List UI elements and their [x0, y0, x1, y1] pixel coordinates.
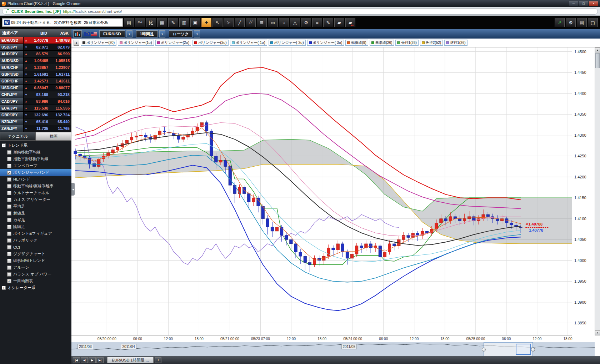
indicator-item[interactable]: 陰陽足 — [0, 223, 71, 230]
indicator-item[interactable]: ジグザグチャート — [0, 251, 71, 257]
indicator-item[interactable]: 単純移動平均線 — [0, 149, 71, 156]
checkbox-icon[interactable] — [7, 204, 11, 209]
timeline-navigator[interactable]: 2011/032011/042011/05 — [71, 342, 595, 356]
indicator-item[interactable]: ✓一目均衡表 — [0, 278, 71, 284]
nav-last-button[interactable]: ▶| — [96, 357, 104, 363]
rectangle-tool-button[interactable]: ▭ — [268, 18, 278, 27]
indicator-item[interactable]: 線形回帰トレンド — [0, 257, 71, 264]
nav-first-button[interactable]: |◀ — [73, 357, 80, 363]
checkbox-icon[interactable] — [7, 191, 11, 195]
add-chart-button[interactable]: + — [155, 357, 161, 363]
hand-tool-button[interactable]: ☞ — [224, 18, 234, 27]
minimize-button[interactable]: ─ — [569, 1, 578, 6]
legend-chip[interactable]: ボリンジャー(3σ) — [192, 40, 229, 46]
selection-left-handle[interactable] — [482, 348, 486, 352]
compare-tool-button[interactable]: 比 — [146, 18, 156, 27]
freehand-tool-button[interactable]: ✎ — [323, 18, 333, 27]
pair-row-nzd-jpy[interactable]: NZD/JPY▼65.41665.440 — [0, 118, 71, 125]
sidebar-collapse-handle[interactable]: ◀ — [71, 183, 75, 196]
print-tool-button[interactable]: ▤ — [577, 18, 587, 27]
legend-chip[interactable]: ボリンジャー(2σ) — [155, 40, 191, 46]
close-button[interactable]: × — [589, 1, 598, 6]
settings-tool-button[interactable]: ⚙ — [566, 18, 576, 27]
indicator-item[interactable]: ✓ボリンジャーバンド — [0, 169, 71, 176]
edit-tool-button[interactable]: ✎ — [168, 18, 178, 27]
parallel-lines-tool-button[interactable]: ╱╱ — [246, 18, 256, 27]
pair-row-eur-jpy[interactable]: EUR/JPY▲115.538115.555 — [0, 105, 71, 112]
legend-chip[interactable]: ボリンジャー(-1σ) — [230, 40, 267, 46]
pair-row-chf-jpy[interactable]: CHF/JPY▼93.18893.218 — [0, 91, 71, 98]
chart-vertical-scrollbar[interactable]: ▲ ▼ — [595, 47, 600, 335]
chart-style-icon[interactable] — [73, 30, 82, 37]
legend-chip[interactable]: ボリンジャー(20) — [81, 40, 116, 46]
indicator-item[interactable]: CCI — [0, 244, 71, 251]
pair-row-eur-usd[interactable]: EUR/USD▲1.407781.40788 — [0, 37, 71, 44]
indicator-item[interactable]: 指数平滑移動平均線 — [0, 156, 71, 162]
pair-row-usd-chf[interactable]: USD/CHF▲0.880470.88077 — [0, 85, 71, 91]
checkbox-icon[interactable] — [7, 252, 11, 256]
timeframe-dropdown-icon[interactable]: ▼ — [159, 30, 165, 37]
tab-technical[interactable]: テクニカル — [0, 132, 36, 141]
pair-row-zar-jpy[interactable]: ZAR/JPY▼11.73511.765 — [0, 125, 71, 132]
checkbox-icon[interactable] — [7, 238, 11, 243]
checkbox-icon[interactable] — [7, 164, 11, 168]
omnibox[interactable]: CLICK Securities, Inc. [JP] https://fx.c… — [2, 8, 598, 15]
pair-row-aud-usd[interactable]: AUD/USD▲1.054851.05515 — [0, 57, 71, 64]
calendar-tool-button[interactable]: Cal — [135, 18, 145, 27]
checkbox-icon[interactable] — [7, 184, 11, 188]
pair-dropdown-icon[interactable]: ▼ — [126, 30, 132, 37]
indicator-item[interactable]: エンベロープ — [0, 162, 71, 169]
tree-group-trend[interactable]: −トレンド系 — [0, 142, 71, 149]
eraser-tool-button[interactable]: ▰ — [334, 18, 344, 27]
charttype-dropdown-icon[interactable]: ▼ — [194, 30, 200, 37]
tree-group-oscillator[interactable]: +オシレーター系 — [0, 284, 71, 291]
timeframe-selector[interactable]: 1時間足 — [136, 30, 158, 37]
selection-right-handle[interactable] — [531, 348, 535, 352]
checkbox-icon[interactable]: ✓ — [7, 171, 11, 175]
legend-collapse-button[interactable]: ▲ — [74, 40, 79, 46]
checkbox-icon[interactable] — [7, 259, 11, 263]
indicator-item[interactable]: ケルトナーチャネル — [0, 189, 71, 196]
checkbox-icon[interactable]: ✓ — [7, 279, 11, 283]
pair-row-gbp-jpy[interactable]: GBP/JPY▼132.696132.724 — [0, 112, 71, 118]
cursor-tool-button[interactable]: ↖ — [212, 18, 222, 27]
indicator-item[interactable]: 新値足 — [0, 210, 71, 217]
indicator-item[interactable]: カオス アリゲーター — [0, 196, 71, 203]
legend-chip[interactable]: ボリンジャー(1σ) — [118, 40, 154, 46]
legend-chip[interactable]: 転換線(9) — [345, 40, 368, 46]
indicator-item[interactable]: ポイント&フィギュア — [0, 230, 71, 237]
indicator-item[interactable]: カギ足 — [0, 217, 71, 223]
pair-row-gbp-chf[interactable]: GBP/CHF▲1.425711.42611 — [0, 78, 71, 85]
legend-chip[interactable]: 基準線(26) — [370, 40, 394, 46]
triangle-tool-button[interactable]: △ — [290, 18, 300, 27]
expand-icon[interactable]: + — [2, 286, 6, 290]
indicator-item[interactable]: パラボリック — [0, 237, 71, 244]
legend-chip[interactable]: 先行1(26) — [395, 40, 418, 46]
legend-chip[interactable]: ボリンジャー(-2σ) — [269, 40, 306, 46]
scroll-down-icon[interactable]: ▼ — [595, 330, 600, 335]
chart-tab[interactable]: EUR/USD 1時間足 ... — [107, 357, 154, 363]
scroll-up-icon[interactable]: ▲ — [595, 47, 600, 52]
scroll-thumb[interactable] — [595, 53, 600, 68]
pair-row-aud-jpy[interactable]: AUD/JPY▲86.57986.599 — [0, 51, 71, 57]
checkbox-icon[interactable] — [7, 157, 11, 161]
checkbox-icon[interactable] — [7, 245, 11, 249]
fibonacci-tool-button[interactable]: ≣ — [257, 18, 267, 27]
pair-selector[interactable]: EUR/USD — [99, 30, 125, 37]
checkbox-icon[interactable] — [7, 232, 11, 236]
tab-drawing[interactable]: 描画 — [36, 132, 71, 141]
indicator-item[interactable]: 移動平均線/実線乖離率 — [0, 183, 71, 189]
horizontal-lines-tool-button[interactable]: ≡ — [312, 18, 322, 27]
polygon-tool-button[interactable]: ⚙ — [301, 18, 311, 27]
legend-chip[interactable]: ボリンジャー(-3σ) — [307, 40, 344, 46]
checkbox-icon[interactable] — [7, 218, 11, 222]
pair-row-cad-jpy[interactable]: CAD/JPY▲83.98684.016 — [0, 98, 71, 105]
checkbox-icon[interactable] — [7, 211, 11, 216]
pair-row-gbp-usd[interactable]: GBP/USD▼1.616811.61711 — [0, 71, 71, 78]
legend-chip[interactable]: 先行2(52) — [420, 40, 443, 46]
data-table-tool-button[interactable]: ▥ — [179, 18, 189, 27]
checkbox-icon[interactable] — [7, 177, 11, 182]
news-tool-button[interactable]: ▤ — [124, 18, 134, 27]
charttype-selector[interactable]: ローソク — [169, 30, 193, 37]
news-ticker[interactable]: W 09:24 若干動意止まる、次の材料を模索=25日東京外為 — [2, 18, 123, 27]
